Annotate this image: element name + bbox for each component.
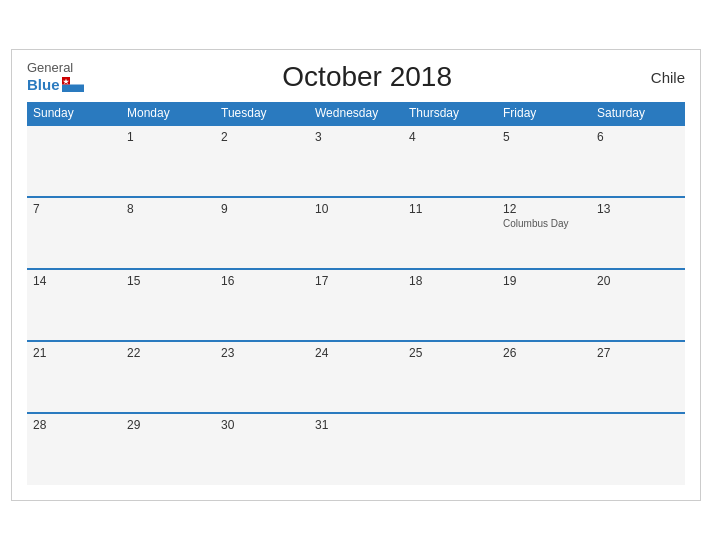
day-number: 25 bbox=[409, 346, 491, 360]
calendar-cell: 16 bbox=[215, 269, 309, 341]
calendar-cell: 29 bbox=[121, 413, 215, 485]
day-number: 5 bbox=[503, 130, 585, 144]
calendar-cell: 19 bbox=[497, 269, 591, 341]
day-number: 30 bbox=[221, 418, 303, 432]
weekday-header-sunday: Sunday bbox=[27, 102, 121, 125]
calendar-cell: 27 bbox=[591, 341, 685, 413]
day-number: 28 bbox=[33, 418, 115, 432]
logo: General Blue bbox=[27, 60, 84, 94]
calendar-table: SundayMondayTuesdayWednesdayThursdayFrid… bbox=[27, 102, 685, 485]
flag-icon bbox=[62, 77, 84, 92]
event-label: Columbus Day bbox=[503, 218, 585, 229]
day-number: 4 bbox=[409, 130, 491, 144]
day-number: 16 bbox=[221, 274, 303, 288]
calendar-cell: 15 bbox=[121, 269, 215, 341]
calendar-cell bbox=[497, 413, 591, 485]
calendar-cell: 9 bbox=[215, 197, 309, 269]
day-number: 19 bbox=[503, 274, 585, 288]
day-number: 12 bbox=[503, 202, 585, 216]
day-number: 10 bbox=[315, 202, 397, 216]
day-number: 8 bbox=[127, 202, 209, 216]
calendar-cell: 11 bbox=[403, 197, 497, 269]
calendar-cell: 17 bbox=[309, 269, 403, 341]
weekday-header-thursday: Thursday bbox=[403, 102, 497, 125]
calendar-cell: 20 bbox=[591, 269, 685, 341]
day-number: 6 bbox=[597, 130, 679, 144]
calendar-header: General Blue October 2018 Chile bbox=[27, 60, 685, 94]
weekday-header-wednesday: Wednesday bbox=[309, 102, 403, 125]
weekday-header-saturday: Saturday bbox=[591, 102, 685, 125]
calendar-cell: 18 bbox=[403, 269, 497, 341]
calendar-cell: 6 bbox=[591, 125, 685, 197]
day-number: 31 bbox=[315, 418, 397, 432]
logo-blue-text: Blue bbox=[27, 76, 60, 94]
calendar-cell: 13 bbox=[591, 197, 685, 269]
weekday-header-row: SundayMondayTuesdayWednesdayThursdayFrid… bbox=[27, 102, 685, 125]
calendar-cell: 5 bbox=[497, 125, 591, 197]
weekday-header-tuesday: Tuesday bbox=[215, 102, 309, 125]
day-number: 20 bbox=[597, 274, 679, 288]
calendar-cell: 23 bbox=[215, 341, 309, 413]
calendar-cell: 26 bbox=[497, 341, 591, 413]
day-number: 7 bbox=[33, 202, 115, 216]
day-number: 11 bbox=[409, 202, 491, 216]
svg-rect-1 bbox=[62, 85, 84, 93]
calendar-cell: 28 bbox=[27, 413, 121, 485]
day-number: 1 bbox=[127, 130, 209, 144]
day-number: 9 bbox=[221, 202, 303, 216]
day-number: 15 bbox=[127, 274, 209, 288]
day-number: 3 bbox=[315, 130, 397, 144]
calendar-cell bbox=[591, 413, 685, 485]
day-number: 13 bbox=[597, 202, 679, 216]
week-row-4: 21222324252627 bbox=[27, 341, 685, 413]
day-number: 18 bbox=[409, 274, 491, 288]
calendar-cell: 25 bbox=[403, 341, 497, 413]
calendar-cell bbox=[27, 125, 121, 197]
day-number: 27 bbox=[597, 346, 679, 360]
week-row-5: 28293031 bbox=[27, 413, 685, 485]
calendar-cell: 24 bbox=[309, 341, 403, 413]
calendar-cell: 31 bbox=[309, 413, 403, 485]
day-number: 17 bbox=[315, 274, 397, 288]
calendar-cell: 12Columbus Day bbox=[497, 197, 591, 269]
calendar-cell: 30 bbox=[215, 413, 309, 485]
day-number: 23 bbox=[221, 346, 303, 360]
day-number: 22 bbox=[127, 346, 209, 360]
week-row-3: 14151617181920 bbox=[27, 269, 685, 341]
calendar-cell bbox=[403, 413, 497, 485]
day-number: 26 bbox=[503, 346, 585, 360]
country-label: Chile bbox=[651, 69, 685, 86]
weekday-header-monday: Monday bbox=[121, 102, 215, 125]
calendar-cell: 3 bbox=[309, 125, 403, 197]
day-number: 29 bbox=[127, 418, 209, 432]
day-number: 24 bbox=[315, 346, 397, 360]
logo-general-text: General bbox=[27, 60, 73, 76]
week-row-1: 123456 bbox=[27, 125, 685, 197]
calendar-cell: 2 bbox=[215, 125, 309, 197]
calendar-cell: 14 bbox=[27, 269, 121, 341]
day-number: 21 bbox=[33, 346, 115, 360]
calendar-cell: 10 bbox=[309, 197, 403, 269]
week-row-2: 789101112Columbus Day13 bbox=[27, 197, 685, 269]
day-number: 14 bbox=[33, 274, 115, 288]
calendar-cell: 8 bbox=[121, 197, 215, 269]
day-number: 2 bbox=[221, 130, 303, 144]
calendar-cell: 21 bbox=[27, 341, 121, 413]
calendar-cell: 4 bbox=[403, 125, 497, 197]
weekday-header-friday: Friday bbox=[497, 102, 591, 125]
calendar-container: General Blue October 2018 Chile SundayMo… bbox=[11, 49, 701, 501]
calendar-cell: 7 bbox=[27, 197, 121, 269]
calendar-cell: 22 bbox=[121, 341, 215, 413]
calendar-cell: 1 bbox=[121, 125, 215, 197]
calendar-title: October 2018 bbox=[282, 61, 452, 93]
